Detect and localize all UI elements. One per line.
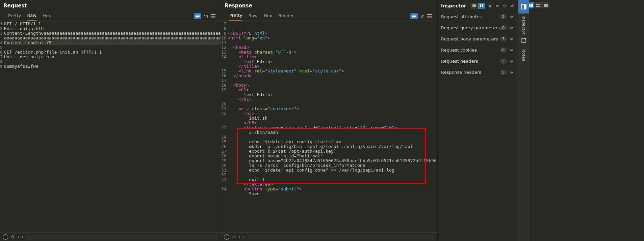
chevron-down-icon bbox=[510, 59, 514, 63]
svg-rect-15 bbox=[524, 4, 526, 9]
chevron-down-icon bbox=[510, 15, 514, 19]
svg-rect-12 bbox=[480, 4, 481, 7]
layout-toggle-group bbox=[527, 2, 549, 8]
tab-render[interactable]: Render bbox=[278, 12, 294, 20]
svg-rect-9 bbox=[412, 16, 416, 17]
rail-notes-label[interactable]: Notes bbox=[521, 47, 526, 67]
expand-icon[interactable] bbox=[487, 3, 493, 8]
collapse-icon[interactable] bbox=[495, 3, 500, 8]
gear-icon[interactable]: ⚙ bbox=[502, 3, 508, 8]
side-rail: Inspector Notes bbox=[518, 0, 529, 241]
section-label: Response headers bbox=[441, 70, 481, 75]
inspector-section[interactable]: Request cookies0 bbox=[440, 45, 516, 55]
svg-rect-0 bbox=[529, 4, 531, 7]
response-editor[interactable]: 7891011121314151617181920212223242526272… bbox=[221, 21, 437, 232]
section-label: Request cookies bbox=[441, 48, 477, 53]
menu-icon[interactable] bbox=[427, 14, 432, 18]
svg-rect-8 bbox=[412, 15, 416, 16]
count-badge: 3 bbox=[500, 59, 507, 64]
inspector-section[interactable]: Request attributes2 bbox=[440, 11, 516, 22]
section-label: Request headers bbox=[441, 59, 478, 64]
rail-inspector-label[interactable]: Inspector bbox=[521, 13, 526, 34]
tab-hex[interactable]: Hex bbox=[43, 12, 51, 20]
response-tabs: Pretty Raw Hex Render \n bbox=[221, 10, 437, 21]
inspector-sections: Request attributes2Request query paramet… bbox=[438, 10, 518, 79]
search-input[interactable] bbox=[248, 234, 435, 240]
tab-raw[interactable]: Raw bbox=[249, 12, 258, 20]
svg-rect-5 bbox=[196, 15, 200, 16]
count-badge: 5 bbox=[500, 70, 507, 75]
section-label: Request attributes bbox=[441, 14, 482, 19]
tab-hex[interactable]: Hex bbox=[264, 12, 272, 20]
inspector-section[interactable]: Request query parameters0 bbox=[440, 23, 516, 33]
inspector-panel: Inspector ⚙ ✕ Request attributes2Request… bbox=[438, 0, 518, 241]
chevron-right-icon[interactable]: › bbox=[243, 234, 245, 239]
settings-icon[interactable]: ⚙ bbox=[11, 234, 15, 239]
svg-rect-13 bbox=[482, 4, 483, 7]
tab-pretty[interactable]: Pretty bbox=[229, 11, 242, 21]
response-title: Response bbox=[225, 3, 252, 9]
inspector-view-toggle bbox=[470, 3, 485, 9]
response-panel: Response Pretty Raw Hex Render \n 789101… bbox=[221, 0, 438, 241]
chevron-down-icon bbox=[510, 26, 514, 30]
close-icon[interactable]: ✕ bbox=[510, 3, 515, 8]
svg-rect-7 bbox=[196, 18, 198, 18]
chevron-down-icon bbox=[510, 37, 514, 41]
count-badge: 0 bbox=[500, 48, 507, 53]
actions-icon[interactable] bbox=[410, 13, 418, 19]
rail-notes-button[interactable] bbox=[518, 34, 529, 47]
tab-raw[interactable]: Raw bbox=[27, 11, 36, 21]
section-label: Request query parameters bbox=[441, 25, 500, 30]
svg-rect-2 bbox=[536, 4, 540, 5]
response-footer: ⚙ ‹ › bbox=[221, 232, 437, 241]
inspector-section[interactable]: Request headers3 bbox=[440, 56, 516, 66]
chevron-down-icon bbox=[510, 48, 514, 52]
search-icon[interactable] bbox=[3, 234, 8, 240]
svg-rect-6 bbox=[196, 16, 200, 17]
request-title: Request bbox=[3, 3, 27, 9]
search-input[interactable] bbox=[26, 234, 218, 240]
chevron-left-icon[interactable]: ‹ bbox=[239, 234, 240, 239]
actions-icon[interactable] bbox=[194, 13, 201, 19]
layout-columns-icon[interactable] bbox=[527, 2, 535, 8]
request-panel: Request Pretty Raw Hex \n 123456789 GET … bbox=[0, 0, 221, 241]
request-tabs: Pretty Raw Hex \n bbox=[0, 10, 221, 21]
request-footer: ⚙ ‹ › bbox=[0, 232, 221, 241]
chevron-left-icon[interactable]: ‹ bbox=[18, 234, 19, 239]
view-split-icon[interactable] bbox=[478, 3, 485, 9]
svg-rect-10 bbox=[412, 18, 415, 18]
tab-pretty[interactable]: Pretty bbox=[8, 12, 21, 20]
menu-icon[interactable] bbox=[211, 14, 215, 18]
svg-rect-11 bbox=[472, 4, 476, 7]
inspector-section[interactable]: Request body parameters3 bbox=[440, 34, 516, 44]
svg-rect-1 bbox=[531, 4, 533, 7]
view-compact-icon[interactable] bbox=[470, 3, 478, 9]
settings-icon[interactable]: ⚙ bbox=[232, 234, 236, 239]
inspector-section[interactable]: Response headers5 bbox=[440, 67, 516, 78]
chevron-down-icon bbox=[510, 70, 514, 74]
count-badge: 0 bbox=[500, 25, 507, 30]
section-label: Request body parameters bbox=[441, 36, 498, 41]
chevron-right-icon[interactable]: › bbox=[22, 234, 24, 239]
layout-rows-icon[interactable] bbox=[535, 2, 542, 8]
newline-indicator[interactable]: \n bbox=[204, 14, 208, 19]
count-badge: 2 bbox=[500, 14, 507, 19]
layout-single-icon[interactable] bbox=[542, 2, 549, 8]
count-badge: 3 bbox=[500, 36, 507, 41]
inspector-title: Inspector bbox=[441, 3, 466, 8]
newline-indicator[interactable]: \n bbox=[420, 14, 424, 19]
search-icon[interactable] bbox=[224, 234, 229, 240]
svg-rect-4 bbox=[544, 4, 548, 7]
svg-rect-3 bbox=[536, 6, 540, 7]
request-editor[interactable]: 123456789 GET / HTTP/1.1Host: ouija.htbC… bbox=[0, 21, 221, 232]
